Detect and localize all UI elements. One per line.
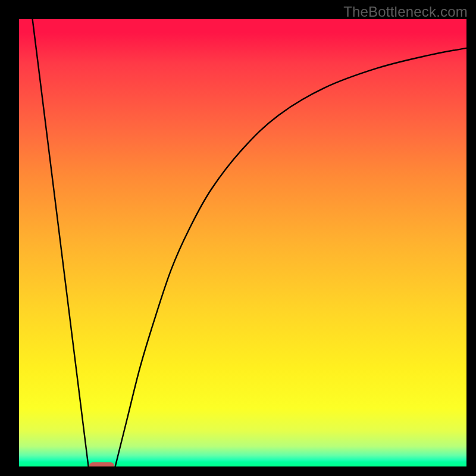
curve-overlay	[19, 19, 466, 466]
watermark-text: TheBottleneck.com	[343, 4, 468, 20]
left-branch-line	[33, 19, 89, 466]
chart-frame: TheBottleneck.com	[0, 0, 476, 476]
right-branch-line	[115, 48, 466, 466]
plot-area	[19, 19, 466, 466]
